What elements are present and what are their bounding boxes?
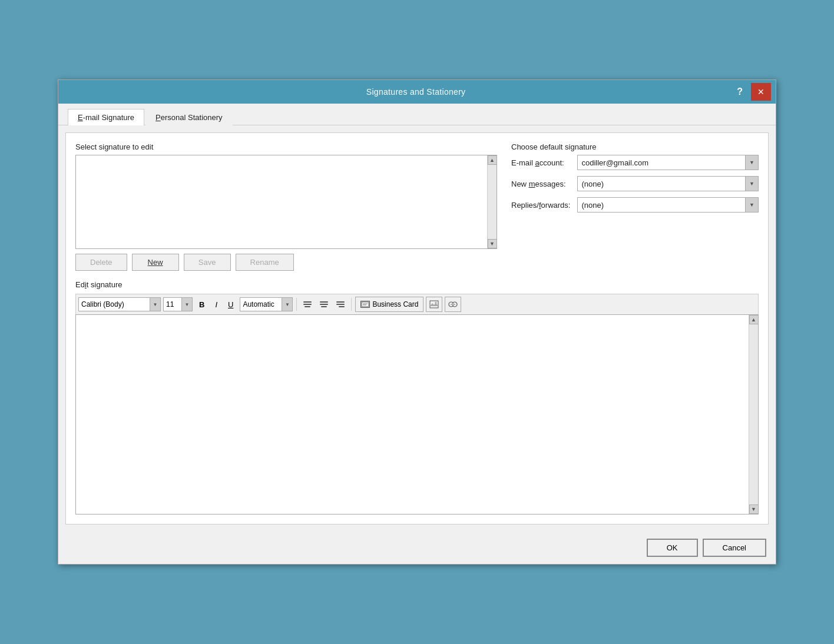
align-left-button[interactable] bbox=[300, 297, 315, 311]
dialog-content: E-mail Signature Personal Stationery Sel… bbox=[58, 104, 776, 564]
ok-button[interactable]: OK bbox=[647, 539, 698, 557]
new-messages-label: New messages: bbox=[511, 180, 570, 188]
align-right-button[interactable] bbox=[333, 297, 348, 311]
center-line-2 bbox=[320, 304, 328, 305]
close-button[interactable]: ✕ bbox=[751, 83, 771, 101]
select-sig-label: Select signature to edit bbox=[75, 142, 497, 151]
edit-signature-section: Edit signature Calibri (Body) ▼ 11 bbox=[75, 280, 759, 514]
tab-personal-stationery[interactable]: Personal Stationery bbox=[145, 109, 232, 125]
replies-select-box[interactable]: (none) ▼ bbox=[577, 197, 759, 213]
editor-scroll-down-btn[interactable]: ▼ bbox=[749, 504, 759, 514]
top-section: Select signature to edit ▲ ▼ Delete New bbox=[75, 142, 759, 271]
insert-hyperlink-button[interactable] bbox=[445, 297, 461, 312]
choose-default-label: Choose default signature bbox=[511, 142, 759, 151]
toolbar: Calibri (Body) ▼ 11 ▼ B I bbox=[75, 294, 759, 314]
delete-button[interactable]: Delete bbox=[75, 254, 127, 271]
business-card-label: Business Card bbox=[372, 300, 418, 308]
help-button[interactable]: ? bbox=[733, 85, 746, 98]
email-account-select[interactable]: codiller@gmail.com bbox=[578, 155, 758, 170]
email-account-select-box[interactable]: codiller@gmail.com ▼ bbox=[577, 155, 759, 170]
tab-email-signature-label: E-mail Signature bbox=[78, 113, 134, 122]
editor-scroll-track bbox=[749, 324, 758, 504]
color-arrow-icon: ▼ bbox=[282, 298, 292, 311]
underline-button[interactable]: U bbox=[224, 297, 237, 311]
align-line-3 bbox=[305, 306, 310, 307]
font-arrow-icon: ▼ bbox=[150, 298, 160, 311]
size-arrow-icon: ▼ bbox=[181, 298, 192, 311]
size-select[interactable]: 11 bbox=[164, 300, 177, 308]
editor-scrollbar[interactable]: ▲ ▼ bbox=[749, 315, 758, 514]
right-line-3 bbox=[339, 306, 345, 307]
title-bar: Signatures and Stationery ? ✕ bbox=[58, 80, 776, 104]
insert-image-button[interactable] bbox=[426, 297, 442, 312]
scroll-track bbox=[488, 165, 497, 239]
right-line-1 bbox=[336, 301, 345, 303]
signature-list-scrollbar[interactable]: ▲ ▼ bbox=[487, 155, 497, 248]
business-card-icon bbox=[360, 301, 370, 308]
svg-rect-0 bbox=[362, 302, 369, 307]
editor-scroll-up-btn[interactable]: ▲ bbox=[749, 315, 759, 324]
svg-point-5 bbox=[435, 302, 437, 304]
dialog-title: Signatures and Stationery bbox=[98, 87, 733, 97]
button-row: Delete New Save Rename bbox=[75, 254, 497, 271]
center-line-1 bbox=[320, 301, 328, 303]
scroll-down-btn[interactable]: ▼ bbox=[488, 239, 497, 248]
svg-marker-4 bbox=[430, 303, 438, 306]
default-sig-grid: E-mail account: codiller@gmail.com ▼ New… bbox=[511, 155, 759, 213]
italic-button[interactable]: I bbox=[211, 297, 221, 311]
business-card-button[interactable]: Business Card bbox=[355, 297, 423, 312]
color-select-box[interactable]: Automatic ▼ bbox=[240, 297, 293, 311]
right-section: Choose default signature E-mail account:… bbox=[511, 142, 759, 271]
toolbar-separator-1 bbox=[296, 298, 297, 311]
email-account-label: E-mail account: bbox=[511, 158, 570, 167]
align-line-2 bbox=[303, 304, 312, 305]
signature-list-box[interactable]: ▲ ▼ bbox=[75, 155, 497, 249]
size-select-box[interactable]: 11 ▼ bbox=[163, 297, 193, 311]
tab-personal-stationery-label: Personal Stationery bbox=[155, 113, 222, 122]
tab-email-signature[interactable]: E-mail Signature bbox=[68, 109, 144, 125]
save-button[interactable]: Save bbox=[184, 254, 231, 271]
scroll-up-btn[interactable]: ▲ bbox=[488, 155, 497, 165]
insert-image-icon bbox=[429, 300, 439, 308]
footer: OK Cancel bbox=[58, 532, 776, 564]
color-select[interactable]: Automatic bbox=[240, 300, 277, 308]
bold-button[interactable]: B bbox=[195, 297, 208, 311]
main-area: Select signature to edit ▲ ▼ Delete New bbox=[65, 132, 769, 525]
new-messages-select[interactable]: (none) bbox=[578, 177, 758, 191]
new-messages-select-box[interactable]: (none) ▼ bbox=[577, 176, 759, 191]
replies-label: Replies/forwards: bbox=[511, 201, 570, 210]
replies-select[interactable]: (none) bbox=[578, 198, 758, 212]
rename-button[interactable]: Rename bbox=[236, 254, 294, 271]
left-section: Select signature to edit ▲ ▼ Delete New bbox=[75, 142, 497, 271]
center-line-3 bbox=[321, 306, 327, 307]
cancel-button[interactable]: Cancel bbox=[703, 539, 766, 557]
font-select-box[interactable]: Calibri (Body) ▼ bbox=[78, 297, 161, 311]
insert-hyperlink-icon bbox=[448, 300, 458, 308]
new-button[interactable]: New bbox=[132, 254, 179, 271]
align-center-button[interactable] bbox=[317, 297, 331, 311]
align-line-1 bbox=[303, 301, 312, 303]
edit-sig-label: Edit signature bbox=[75, 280, 759, 289]
title-bar-controls: ? ✕ bbox=[733, 83, 771, 101]
dialog: Signatures and Stationery ? ✕ E-mail Sig… bbox=[58, 79, 776, 565]
tabs: E-mail Signature Personal Stationery bbox=[58, 104, 776, 125]
right-line-2 bbox=[336, 304, 345, 305]
toolbar-separator-2 bbox=[351, 298, 352, 311]
signature-editor[interactable]: ▲ ▼ bbox=[75, 314, 759, 514]
font-select[interactable]: Calibri (Body) bbox=[79, 300, 127, 308]
